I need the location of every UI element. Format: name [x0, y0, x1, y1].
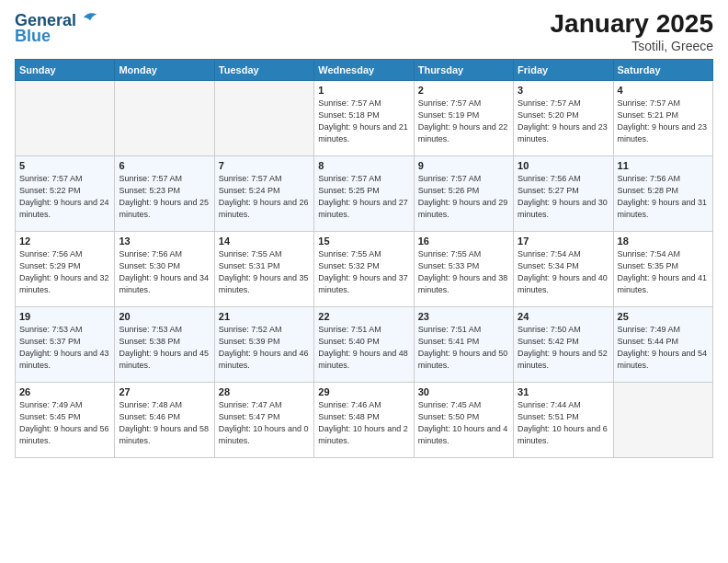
day-number: 3 [518, 85, 609, 96]
logo: General Blue [15, 9, 98, 46]
day-cell: 19 Sunrise: 7:53 AM Sunset: 5:37 PM Dayl… [16, 307, 115, 383]
day-cell: 18 Sunrise: 7:54 AM Sunset: 5:35 PM Dayl… [613, 232, 712, 307]
day-number: 16 [418, 236, 509, 247]
day-cell: 5 Sunrise: 7:57 AM Sunset: 5:22 PM Dayli… [16, 156, 115, 232]
day-number: 23 [418, 311, 509, 322]
calendar-container: General Blue January 2025 Tsotili, Greec… [0, 0, 728, 467]
day-cell: 15 Sunrise: 7:55 AM Sunset: 5:32 PM Dayl… [314, 232, 414, 307]
day-info: Sunrise: 7:53 AM Sunset: 5:37 PM Dayligh… [19, 324, 110, 372]
day-info: Sunrise: 7:57 AM Sunset: 5:26 PM Dayligh… [418, 173, 509, 221]
day-number: 12 [19, 236, 110, 247]
day-info: Sunrise: 7:53 AM Sunset: 5:38 PM Dayligh… [119, 324, 210, 372]
day-cell [115, 81, 214, 156]
day-info: Sunrise: 7:57 AM Sunset: 5:25 PM Dayligh… [318, 173, 409, 221]
day-number: 26 [19, 386, 110, 397]
logo-bird-icon [82, 9, 98, 26]
day-number: 15 [318, 236, 409, 247]
day-number: 24 [518, 311, 609, 322]
day-number: 28 [219, 386, 310, 397]
day-cell: 4 Sunrise: 7:57 AM Sunset: 5:21 PM Dayli… [613, 81, 712, 156]
day-number: 9 [418, 160, 509, 171]
col-sunday: Sunday [16, 60, 115, 81]
day-number: 29 [318, 386, 409, 397]
day-cell: 10 Sunrise: 7:56 AM Sunset: 5:27 PM Dayl… [514, 156, 613, 232]
col-wednesday: Wednesday [314, 60, 414, 81]
main-title: January 2025 [551, 9, 713, 39]
day-info: Sunrise: 7:55 AM Sunset: 5:32 PM Dayligh… [318, 248, 409, 296]
week-row-2: 5 Sunrise: 7:57 AM Sunset: 5:22 PM Dayli… [16, 156, 713, 232]
day-number: 13 [119, 236, 210, 247]
day-number: 19 [19, 311, 110, 322]
day-number: 27 [119, 386, 210, 397]
day-number: 20 [119, 311, 210, 322]
day-number: 1 [318, 85, 409, 96]
day-cell [613, 383, 712, 458]
day-info: Sunrise: 7:46 AM Sunset: 5:48 PM Dayligh… [318, 399, 409, 447]
day-cell: 1 Sunrise: 7:57 AM Sunset: 5:18 PM Dayli… [314, 81, 414, 156]
day-number: 17 [518, 236, 609, 247]
calendar-table: Sunday Monday Tuesday Wednesday Thursday… [15, 59, 713, 458]
week-row-5: 26 Sunrise: 7:49 AM Sunset: 5:45 PM Dayl… [16, 383, 713, 458]
day-info: Sunrise: 7:56 AM Sunset: 5:28 PM Dayligh… [618, 173, 709, 221]
day-cell [16, 81, 115, 156]
day-info: Sunrise: 7:57 AM Sunset: 5:18 PM Dayligh… [318, 98, 409, 145]
day-info: Sunrise: 7:49 AM Sunset: 5:45 PM Dayligh… [19, 399, 110, 447]
day-cell: 6 Sunrise: 7:57 AM Sunset: 5:23 PM Dayli… [115, 156, 214, 232]
title-section: January 2025 Tsotili, Greece [551, 9, 713, 53]
day-number: 30 [418, 386, 509, 397]
day-info: Sunrise: 7:52 AM Sunset: 5:39 PM Dayligh… [219, 324, 310, 372]
day-info: Sunrise: 7:49 AM Sunset: 5:44 PM Dayligh… [618, 324, 709, 372]
day-number: 2 [418, 85, 509, 96]
col-thursday: Thursday [414, 60, 513, 81]
day-info: Sunrise: 7:54 AM Sunset: 5:34 PM Dayligh… [518, 248, 609, 296]
day-cell: 21 Sunrise: 7:52 AM Sunset: 5:39 PM Dayl… [214, 307, 313, 383]
day-cell: 23 Sunrise: 7:51 AM Sunset: 5:41 PM Dayl… [414, 307, 513, 383]
day-cell: 13 Sunrise: 7:56 AM Sunset: 5:30 PM Dayl… [115, 232, 214, 307]
day-info: Sunrise: 7:51 AM Sunset: 5:40 PM Dayligh… [318, 324, 409, 372]
day-info: Sunrise: 7:57 AM Sunset: 5:20 PM Dayligh… [518, 98, 609, 145]
day-cell: 14 Sunrise: 7:55 AM Sunset: 5:31 PM Dayl… [214, 232, 313, 307]
day-cell: 7 Sunrise: 7:57 AM Sunset: 5:24 PM Dayli… [214, 156, 313, 232]
day-info: Sunrise: 7:44 AM Sunset: 5:51 PM Dayligh… [518, 399, 609, 447]
day-info: Sunrise: 7:54 AM Sunset: 5:35 PM Dayligh… [618, 248, 709, 296]
day-number: 4 [618, 85, 709, 96]
week-row-4: 19 Sunrise: 7:53 AM Sunset: 5:37 PM Dayl… [16, 307, 713, 383]
day-info: Sunrise: 7:55 AM Sunset: 5:33 PM Dayligh… [418, 248, 509, 296]
day-info: Sunrise: 7:57 AM Sunset: 5:19 PM Dayligh… [418, 98, 509, 145]
week-row-1: 1 Sunrise: 7:57 AM Sunset: 5:18 PM Dayli… [16, 81, 713, 156]
subtitle: Tsotili, Greece [551, 39, 713, 53]
header: General Blue January 2025 Tsotili, Greec… [15, 9, 713, 53]
day-number: 25 [618, 311, 709, 322]
col-tuesday: Tuesday [214, 60, 313, 81]
day-info: Sunrise: 7:57 AM Sunset: 5:24 PM Dayligh… [219, 173, 310, 221]
day-cell: 22 Sunrise: 7:51 AM Sunset: 5:40 PM Dayl… [314, 307, 414, 383]
day-cell: 24 Sunrise: 7:50 AM Sunset: 5:42 PM Dayl… [514, 307, 613, 383]
day-cell: 3 Sunrise: 7:57 AM Sunset: 5:20 PM Dayli… [514, 81, 613, 156]
day-cell: 2 Sunrise: 7:57 AM Sunset: 5:19 PM Dayli… [414, 81, 513, 156]
day-info: Sunrise: 7:47 AM Sunset: 5:47 PM Dayligh… [219, 399, 310, 447]
day-cell: 27 Sunrise: 7:48 AM Sunset: 5:46 PM Dayl… [115, 383, 214, 458]
day-info: Sunrise: 7:57 AM Sunset: 5:22 PM Dayligh… [19, 173, 110, 221]
day-info: Sunrise: 7:51 AM Sunset: 5:41 PM Dayligh… [418, 324, 509, 372]
day-number: 11 [618, 160, 709, 171]
header-row: Sunday Monday Tuesday Wednesday Thursday… [16, 60, 713, 81]
day-info: Sunrise: 7:50 AM Sunset: 5:42 PM Dayligh… [518, 324, 609, 372]
day-cell: 17 Sunrise: 7:54 AM Sunset: 5:34 PM Dayl… [514, 232, 613, 307]
day-number: 5 [19, 160, 110, 171]
week-row-3: 12 Sunrise: 7:56 AM Sunset: 5:29 PM Dayl… [16, 232, 713, 307]
day-cell: 8 Sunrise: 7:57 AM Sunset: 5:25 PM Dayli… [314, 156, 414, 232]
day-cell: 26 Sunrise: 7:49 AM Sunset: 5:45 PM Dayl… [16, 383, 115, 458]
day-number: 10 [518, 160, 609, 171]
col-saturday: Saturday [613, 60, 712, 81]
day-cell: 9 Sunrise: 7:57 AM Sunset: 5:26 PM Dayli… [414, 156, 513, 232]
day-number: 21 [219, 311, 310, 322]
day-number: 8 [318, 160, 409, 171]
day-info: Sunrise: 7:57 AM Sunset: 5:21 PM Dayligh… [618, 98, 709, 145]
day-info: Sunrise: 7:48 AM Sunset: 5:46 PM Dayligh… [119, 399, 210, 447]
day-number: 18 [618, 236, 709, 247]
day-cell: 16 Sunrise: 7:55 AM Sunset: 5:33 PM Dayl… [414, 232, 513, 307]
day-cell [214, 81, 313, 156]
day-info: Sunrise: 7:57 AM Sunset: 5:23 PM Dayligh… [119, 173, 210, 221]
day-info: Sunrise: 7:55 AM Sunset: 5:31 PM Dayligh… [219, 248, 310, 296]
col-monday: Monday [115, 60, 214, 81]
